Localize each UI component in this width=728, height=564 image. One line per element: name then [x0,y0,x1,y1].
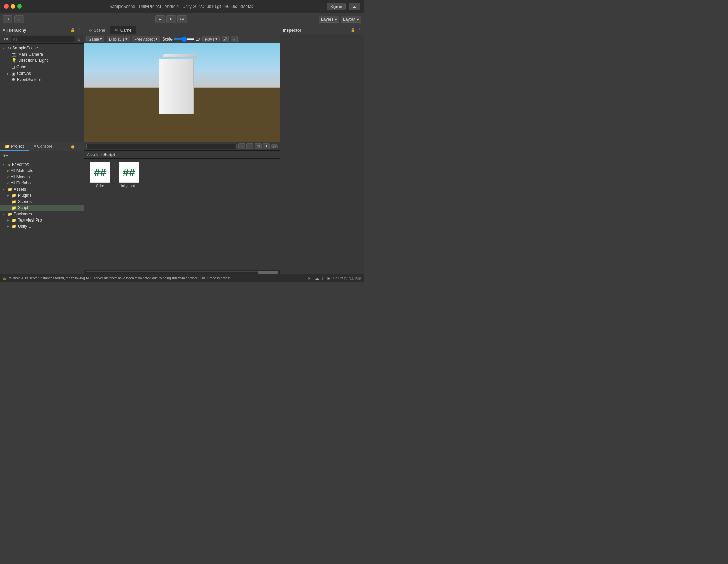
camera-icon: 📷 [12,52,17,57]
hierarchy-title: Hierarchy [7,28,26,33]
game-more-icon[interactable]: ⋮ [273,28,280,33]
file-search-input[interactable] [86,144,237,149]
file-grid: # Cube # UnityInterf... [84,159,280,191]
layers-dropdown[interactable]: Layers ▾ [319,16,339,23]
file-icon-cube: # [90,162,110,183]
hierarchy-lock-icon[interactable]: 🔒 [70,28,75,32]
hierarchy-item-main-camera[interactable]: 📷 Main Camera [0,51,84,57]
history-button[interactable]: ↺ [3,15,12,23]
all-prefabs-label: All Prefabs [11,181,31,185]
game-mode-chevron: ▾ [100,37,102,41]
hierarchy-scene-item[interactable]: ▾ ⊙ SampleScene ⋮ [0,45,84,51]
layout-label: Layout [343,17,355,22]
inspector-more-icon[interactable]: ⋮ [357,28,361,32]
ui-folder-icon: 📁 [12,224,16,229]
game-tabs: ⊹ Scene 👁 Game ⋮ [84,25,280,35]
project-tab[interactable]: 📁 Project [0,143,29,151]
search-pre-icon: ⌕ [7,181,9,185]
maximize-button[interactable] [17,4,22,9]
scene-more-icon[interactable]: ⋮ [77,46,81,50]
display-dropdown[interactable]: Display 1 ▾ [107,36,130,42]
main-layout: ≡ Hierarchy 🔒 ⋮ +▾ ⌕ ▾ ⊙ SampleScene ⋮ [0,25,364,274]
search-button[interactable]: ⌕ [14,15,24,23]
layers-chevron-icon: ▾ [335,17,337,22]
file-view-button[interactable]: ⊡ [255,143,262,149]
file-filter-button[interactable]: ☰ [246,143,253,149]
cube-icon: ◻ [12,65,15,69]
project-all-materials[interactable]: ⌕ All Materials [0,168,84,174]
project-textmeshpro[interactable]: ▶ 📁 TextMeshPro [0,217,84,223]
scene-tab[interactable]: ⊹ Scene [84,26,110,34]
bottom-inspector-right [280,142,364,274]
layout-dropdown[interactable]: Layout ▾ [341,16,361,23]
textmeshpro-label: TextMeshPro [18,218,42,223]
hierarchy-more-icon[interactable]: ⋮ [77,28,81,32]
scenes-label: Scenes [18,199,32,204]
favorites-star-icon: ★ [8,163,11,167]
file-item-unityinterf[interactable]: # UnityInterf... [117,162,141,188]
scrollbar-track [86,271,278,272]
status-icon-4: ⊞ [327,275,331,281]
hierarchy-item-cube[interactable]: ◻ Cube [7,64,81,70]
cloud-button[interactable]: ☁ [349,3,360,10]
step-button[interactable]: ⏭ [177,15,187,23]
project-more-icon[interactable]: ⋮ [77,144,81,149]
project-script[interactable]: 📁 Script [0,205,84,211]
scrollbar-thumb[interactable] [258,271,278,274]
status-icon-3: ℹ [322,275,324,281]
project-add-button[interactable]: +▾ [2,153,9,159]
game-tab[interactable]: 👁 Game [110,26,136,34]
game-canvas [84,43,280,142]
script-folder-icon: 📁 [12,206,16,210]
hierarchy-item-canvas[interactable]: ▶ ▣ Canvas [0,70,84,77]
assets-section[interactable]: ▾ 📁 Assets [0,186,84,192]
scale-slider[interactable] [174,38,195,40]
project-all-models[interactable]: ⌕ All Models [0,174,84,180]
project-lock-icon[interactable]: 🔒 [70,144,75,149]
hierarchy-search-icon[interactable]: ⌕ [77,36,82,42]
search-icon: ⌕ [18,17,20,21]
project-plugins[interactable]: ▶ 📁 Plugins [0,192,84,199]
hierarchy-add-button[interactable]: +▾ [2,36,9,42]
play-button[interactable]: ▶ [155,15,165,23]
console-tab[interactable]: ≡ Console [29,143,57,151]
game-view: ⊹ Scene 👁 Game ⋮ Game ▾ Display 1 ▾ [84,25,280,142]
breadcrumb-assets[interactable]: Assets [87,152,99,157]
light-label: Directional Light [18,58,48,63]
packages-section[interactable]: ▾ 📁 Packages [0,211,84,217]
file-search-button[interactable]: ⌕ [238,143,245,149]
script-label: Script [18,205,29,210]
file-name-cube: Cube [96,184,104,188]
step-icon: ⏭ [180,17,184,21]
favorites-section[interactable]: ▾ ★ Favorites [0,161,84,168]
inspector-header: Inspector 🔒 ⋮ [280,25,364,35]
hierarchy-item-eventsystem[interactable]: ⚙ EventSystem [0,77,84,83]
inspector-lock-icon[interactable]: 🔒 [351,28,355,32]
project-all-prefabs[interactable]: ⌕ All Prefabs [0,180,84,186]
project-add-toolbar: +▾ [0,151,84,160]
project-scenes[interactable]: 📁 Scenes [0,199,84,205]
scale-value: 1x [196,37,200,42]
file-bookmark-button[interactable]: ★ [263,143,270,149]
close-button[interactable] [4,4,9,9]
play-dropdown[interactable]: Play i ▾ [202,36,220,42]
layout-chevron-icon: ▾ [357,17,359,22]
breadcrumb: Assets › Script [84,151,280,159]
audio-button[interactable]: 🔊 [222,36,229,42]
aspect-dropdown[interactable]: Free Aspect ▾ [132,36,160,42]
display-label: Display 1 [109,37,124,41]
hierarchy-item-directional-light[interactable]: 💡 Directional Light [0,57,84,64]
hierarchy-search-input[interactable] [11,36,75,42]
game-mode-dropdown[interactable]: Game ▾ [86,36,104,42]
stats-button[interactable]: ⊞ [231,36,238,42]
file-item-cube[interactable]: # Cube [88,162,112,188]
file-scrollbar[interactable] [84,270,280,274]
inspector-title: Inspector [283,28,301,33]
signin-button[interactable]: Sign in [327,3,346,10]
toolbar-right-group: Layers ▾ Layout ▾ [319,16,361,23]
minimize-button[interactable] [11,4,15,9]
hierarchy-toolbar: +▾ ⌕ [0,35,84,44]
project-unity-ui[interactable]: ▶ 📁 Unity UI [0,223,84,229]
plugins-expand-icon: ▶ [7,194,10,197]
pause-button[interactable]: ⏸ [166,15,176,23]
